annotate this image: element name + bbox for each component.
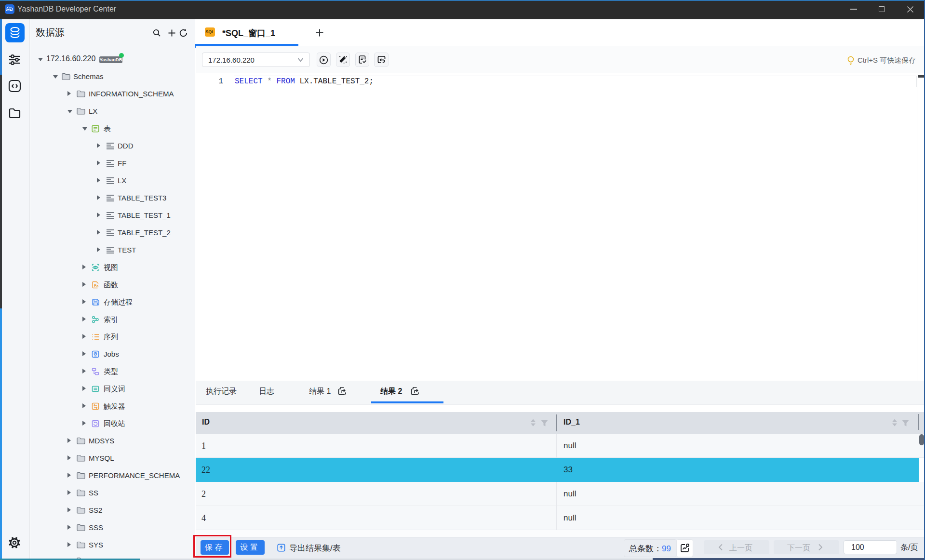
svg-text:Fx: Fx bbox=[94, 283, 99, 288]
